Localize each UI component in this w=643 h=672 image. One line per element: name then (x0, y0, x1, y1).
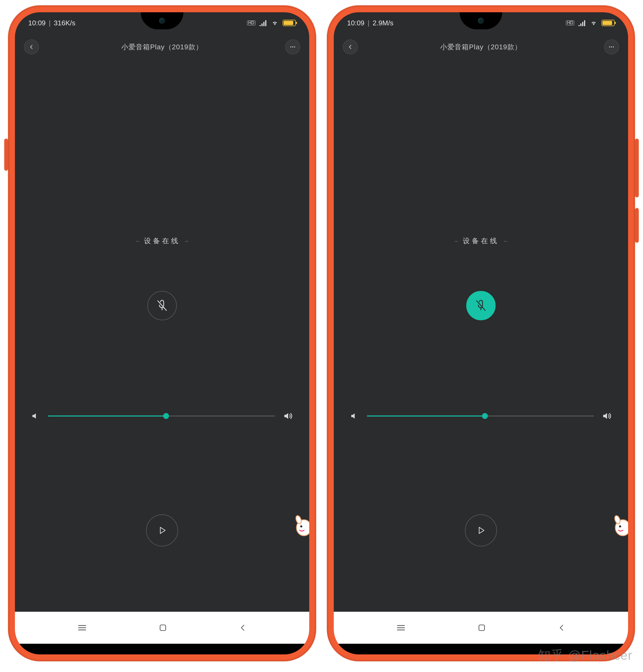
status-time: 10:09 (28, 19, 46, 27)
volume-slider[interactable] (367, 416, 594, 417)
more-horizontal-icon (290, 44, 296, 50)
signal-icon (578, 20, 586, 26)
status-time: 10:09 (347, 19, 364, 27)
play-button[interactable] (465, 514, 497, 547)
status-left: 10:09 | 316K/s (28, 19, 75, 27)
mascot-icon[interactable] (612, 513, 628, 537)
wifi-icon (271, 20, 279, 26)
title-bar: 小爱音箱Play（2019款） (15, 34, 309, 60)
back-button[interactable] (24, 39, 39, 55)
battery-icon (602, 20, 615, 26)
device-status-label: 设备在线 (463, 236, 499, 245)
volume-high-icon[interactable] (602, 411, 612, 421)
battery-icon (282, 20, 296, 26)
play-icon (157, 525, 167, 536)
svg-point-0 (290, 46, 291, 47)
status-net-speed: 2.9M/s (373, 19, 393, 27)
svg-point-1 (292, 46, 293, 47)
svg-point-4 (295, 515, 302, 525)
play-icon (476, 525, 486, 536)
device-status-label: 设备在线 (144, 236, 180, 245)
svg-point-5 (300, 525, 302, 527)
volume-control (15, 411, 309, 421)
mascot-icon[interactable] (293, 513, 309, 537)
recents-button[interactable] (396, 622, 406, 633)
status-separator: | (368, 19, 369, 27)
svg-rect-6 (160, 625, 166, 631)
status-right: HD (566, 20, 615, 26)
status-left: 10:09 | 2.9M/s (347, 19, 393, 27)
page-title: 小爱音箱Play（2019款） (358, 43, 604, 52)
svg-point-12 (619, 525, 621, 527)
home-button[interactable] (158, 623, 168, 633)
back-nav-button[interactable] (557, 623, 566, 632)
more-button[interactable] (604, 39, 619, 55)
more-horizontal-icon (608, 44, 615, 50)
volume-low-icon[interactable] (31, 411, 40, 421)
signal-icon (259, 20, 267, 26)
screen: 10:09 | 316K/s HD 小爱音箱Play（2019款） 设备在线 (15, 12, 309, 655)
android-nav-bar (334, 612, 628, 644)
svg-point-7 (609, 46, 610, 47)
wifi-icon (590, 20, 598, 26)
phone-side-button (635, 139, 639, 197)
status-right: HD (247, 20, 296, 26)
hd-icon: HD (247, 21, 255, 25)
page-title: 小爱音箱Play（2019款） (39, 43, 285, 52)
main-content: 设备在线 (15, 60, 309, 612)
play-button[interactable] (146, 514, 178, 547)
status-net-speed: 316K/s (54, 19, 75, 27)
volume-high-icon[interactable] (283, 411, 293, 421)
mic-mute-button[interactable] (466, 291, 496, 320)
volume-low-icon[interactable] (350, 411, 359, 421)
svg-point-2 (294, 46, 295, 47)
mic-off-icon (474, 299, 487, 312)
chevron-left-icon (347, 44, 353, 50)
chin (15, 644, 309, 655)
back-button[interactable] (343, 39, 358, 55)
mic-mute-button[interactable] (147, 291, 177, 320)
screen: 10:09 | 2.9M/s HD 小爱音箱Play（2019款） 设备在线 (334, 12, 628, 655)
main-content: 设备在线 (334, 60, 628, 612)
mic-off-icon (156, 299, 169, 312)
svg-point-8 (611, 46, 612, 47)
svg-rect-13 (479, 625, 484, 631)
phone-frame-left: 10:09 | 316K/s HD 小爱音箱Play（2019款） 设备在线 (8, 5, 316, 661)
phone-side-button (4, 139, 8, 171)
back-nav-button[interactable] (238, 623, 247, 632)
android-nav-bar (15, 612, 309, 644)
svg-point-11 (614, 515, 621, 525)
chevron-left-icon (28, 44, 34, 50)
home-button[interactable] (477, 623, 486, 633)
recents-button[interactable] (77, 622, 87, 633)
svg-point-9 (613, 46, 614, 47)
title-bar: 小爱音箱Play（2019款） (334, 34, 628, 60)
status-separator: | (49, 19, 51, 27)
more-button[interactable] (285, 39, 300, 55)
chin (334, 644, 628, 655)
volume-slider[interactable] (48, 416, 275, 417)
phone-side-button (635, 208, 639, 243)
phone-frame-right: 10:09 | 2.9M/s HD 小爱音箱Play（2019款） 设备在线 (327, 5, 635, 661)
volume-control (334, 411, 628, 421)
hd-icon: HD (566, 21, 574, 25)
